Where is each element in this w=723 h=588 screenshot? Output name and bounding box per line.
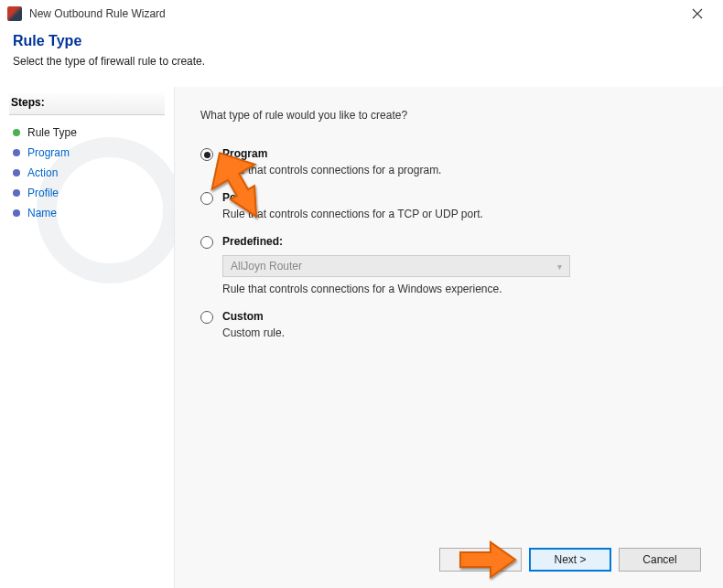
cancel-button[interactable]: Cancel [619, 548, 701, 572]
steps-sidebar: Steps: Rule Type Program Action Profile … [0, 87, 174, 588]
step-label: Profile [27, 187, 59, 199]
option-label: Program [222, 147, 697, 160]
dropdown-value: AllJoyn Router [231, 260, 302, 273]
bullet-icon [13, 169, 20, 176]
step-profile[interactable]: Profile [9, 183, 174, 203]
rule-type-question: What type of rule would you like to crea… [200, 109, 697, 122]
step-name[interactable]: Name [9, 203, 174, 223]
option-program[interactable]: Program Rule that controls connections f… [200, 147, 697, 176]
page-subtitle: Select the type of firewall rule to crea… [13, 55, 710, 68]
option-predefined[interactable]: Predefined: AllJoyn Router ▾ Rule that c… [200, 235, 697, 295]
back-button[interactable]: < Back [439, 548, 522, 572]
bullet-icon [13, 129, 20, 136]
step-rule-type[interactable]: Rule Type [9, 123, 174, 143]
wizard-button-bar: < Back Next > Cancel [439, 548, 701, 572]
title-bar: New Outbound Rule Wizard [0, 0, 723, 27]
step-label: Name [27, 207, 57, 219]
option-label: Predefined: [222, 235, 697, 248]
step-label: Program [27, 146, 70, 159]
option-desc: Rule that controls connections for a Win… [222, 283, 697, 295]
option-desc: Rule that controls connections for a TCP… [222, 208, 697, 220]
app-icon [7, 6, 22, 21]
radio-port[interactable] [200, 192, 213, 205]
close-button[interactable] [679, 1, 716, 27]
bullet-icon [13, 149, 20, 156]
step-label: Action [27, 166, 58, 179]
window-title: New Outbound Rule Wizard [29, 7, 679, 20]
option-desc: Rule that controls connections for a pro… [222, 164, 697, 176]
steps-heading: Steps: [9, 92, 165, 115]
bullet-icon [13, 189, 20, 197]
option-custom[interactable]: Custom Custom rule. [200, 310, 697, 339]
radio-program[interactable] [200, 148, 213, 161]
option-label: Port [222, 191, 697, 204]
option-desc: Custom rule. [222, 326, 697, 339]
page-heading: Rule Type [13, 33, 710, 49]
wizard-header: Rule Type Select the type of firewall ru… [0, 27, 723, 80]
step-label: Rule Type [27, 126, 77, 139]
step-action[interactable]: Action [9, 163, 174, 183]
bullet-icon [13, 209, 20, 217]
option-label: Custom [222, 310, 697, 323]
step-program[interactable]: Program [9, 143, 174, 163]
close-icon [692, 8, 703, 19]
option-port[interactable]: Port Rule that controls connections for … [200, 191, 697, 220]
next-button[interactable]: Next > [529, 548, 611, 572]
content-pane: What type of rule would you like to crea… [174, 87, 723, 588]
chevron-down-icon: ▾ [557, 262, 562, 272]
predefined-dropdown[interactable]: AllJoyn Router ▾ [222, 255, 570, 277]
radio-custom[interactable] [200, 311, 213, 324]
radio-predefined[interactable] [200, 236, 213, 249]
